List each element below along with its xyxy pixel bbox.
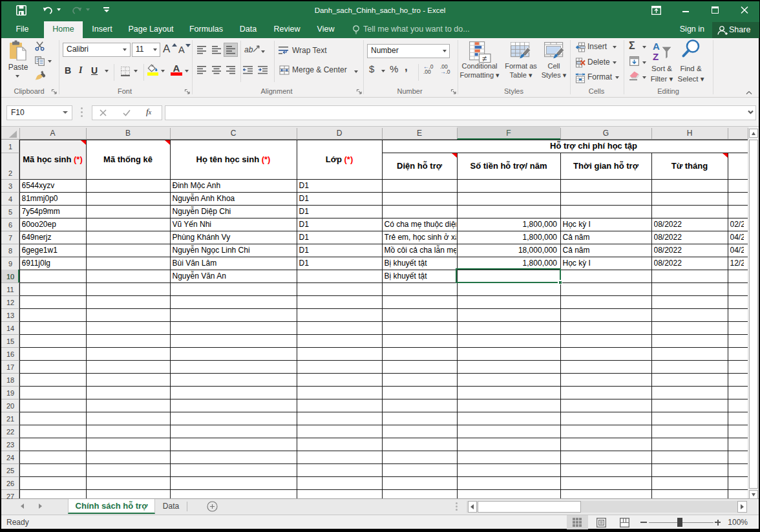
svg-text:Z: Z: [653, 51, 659, 61]
svg-text:A: A: [653, 41, 660, 52]
svg-text:≠: ≠: [482, 54, 487, 63]
